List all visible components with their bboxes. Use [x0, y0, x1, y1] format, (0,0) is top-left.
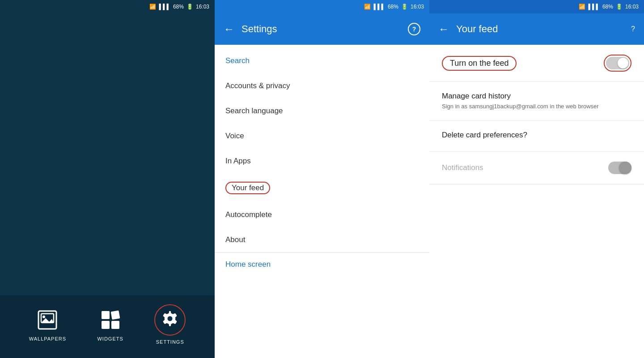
feed-back-button[interactable]: ← [438, 23, 449, 35]
settings-item-in-apps[interactable]: In Apps [215, 149, 429, 174]
home-screen-link[interactable]: Home screen [225, 260, 271, 269]
signal-icon-mid: ▌▌▌ [373, 4, 385, 10]
feed-header: ← Your feed ? [429, 13, 644, 45]
settings-circle [154, 304, 186, 336]
status-left: 📶 ▌▌▌ 68% 🔋 16:03 [0, 0, 215, 13]
notifications-row: Notifications [429, 152, 644, 184]
wallpapers-icon [35, 307, 60, 332]
status-right: 📶 ▌▌▌ 68% 🔋 16:03 [429, 0, 644, 13]
wifi-icon-right: 📶 [579, 4, 585, 10]
settings-help-button[interactable]: ? [408, 23, 420, 35]
turn-on-feed-toggle-wrapper [604, 55, 631, 72]
svg-rect-6 [102, 321, 110, 329]
home-icons-bar: WALLPAPERS WIDGETS [0, 295, 215, 358]
signal-icon-left: ▌▌▌ [159, 4, 170, 10]
svg-point-2 [42, 315, 45, 318]
settings-item-search[interactable]: Search [215, 48, 429, 73]
settings-list: Search Accounts & privacy Search languag… [215, 45, 429, 358]
turn-on-feed-row: Turn on the feed [429, 45, 644, 82]
wallpapers-button[interactable]: WALLPAPERS [29, 307, 66, 341]
svg-rect-4 [102, 311, 110, 319]
time-right: 16:03 [625, 4, 639, 10]
svg-marker-3 [41, 318, 54, 323]
settings-footer: Home screen [215, 253, 429, 276]
delete-card-preferences-text: Delete card preferences? [442, 131, 631, 141]
settings-header: ← Settings ? [215, 13, 429, 45]
manage-card-history-text: Manage card history Sign in as samsungj1… [442, 92, 631, 111]
widgets-label: WIDGETS [97, 336, 123, 341]
feed-help-label: ? [631, 25, 635, 33]
svg-point-9 [168, 316, 173, 321]
time-left: 16:03 [196, 4, 209, 10]
svg-rect-5 [110, 311, 120, 320]
settings-help-label: ? [412, 26, 416, 33]
time-mid: 16:03 [411, 4, 424, 10]
turn-on-feed-label: Turn on the feed [442, 56, 517, 71]
battery-right: 68% [602, 4, 613, 10]
settings-nav-button[interactable]: SETTINGS [154, 304, 186, 345]
widgets-button[interactable]: WIDGETS [97, 307, 123, 341]
battery-icon-mid: 🔋 [401, 4, 408, 10]
turn-on-feed-toggle[interactable] [606, 57, 629, 69]
feed-divider [429, 184, 644, 184]
settings-item-autocomplete[interactable]: Autocomplete [215, 202, 429, 227]
home-screen-panel: WALLPAPERS WIDGETS [0, 13, 215, 358]
delete-card-preferences-row[interactable]: Delete card preferences? [429, 121, 644, 152]
settings-item-language[interactable]: Search language [215, 98, 429, 124]
main-content: WALLPAPERS WIDGETS [0, 13, 644, 358]
wifi-icon-left: 📶 [149, 4, 156, 10]
settings-item-your-feed[interactable]: Your feed [215, 174, 429, 202]
delete-card-preferences-title: Delete card preferences? [442, 131, 631, 140]
feed-panel: ← Your feed ? Turn on the feed Manage ca… [429, 13, 644, 358]
wifi-icon-mid: 📶 [364, 4, 371, 10]
settings-back-button[interactable]: ← [224, 23, 234, 35]
notifications-toggle[interactable] [608, 162, 631, 174]
wallpapers-label: WALLPAPERS [29, 336, 66, 341]
feed-help-button[interactable]: ? [631, 25, 635, 33]
signal-icon-right: ▌▌▌ [588, 4, 600, 10]
manage-card-history-row[interactable]: Manage card history Sign in as samsungj1… [429, 82, 644, 121]
settings-title: Settings [242, 23, 401, 35]
battery-icon-right: 🔋 [616, 4, 623, 10]
settings-item-voice[interactable]: Voice [215, 124, 429, 149]
battery-left: 68% [173, 4, 184, 10]
your-feed-oval-label: Your feed [225, 182, 270, 194]
settings-item-about[interactable]: About [215, 227, 429, 252]
feed-content: Turn on the feed Manage card history Sig… [429, 45, 644, 358]
manage-card-history-title: Manage card history [442, 92, 631, 101]
notifications-label: Notifications [442, 163, 483, 172]
widgets-icon [98, 307, 123, 332]
battery-mid: 68% [388, 4, 398, 10]
settings-panel: ← Settings ? Search Accounts & privacy S… [215, 13, 429, 358]
manage-card-history-subtitle: Sign in as samsungj1backup@gmail.com in … [442, 102, 631, 111]
settings-item-accounts[interactable]: Accounts & privacy [215, 73, 429, 98]
battery-icon-left: 🔋 [186, 4, 193, 10]
settings-label: SETTINGS [156, 339, 184, 345]
feed-title: Your feed [456, 23, 624, 35]
svg-rect-7 [111, 321, 119, 329]
status-middle: 📶 ▌▌▌ 68% 🔋 16:03 [215, 0, 429, 13]
status-bar: 📶 ▌▌▌ 68% 🔋 16:03 📶 ▌▌▌ 68% 🔋 16:03 📶 ▌▌… [0, 0, 644, 13]
